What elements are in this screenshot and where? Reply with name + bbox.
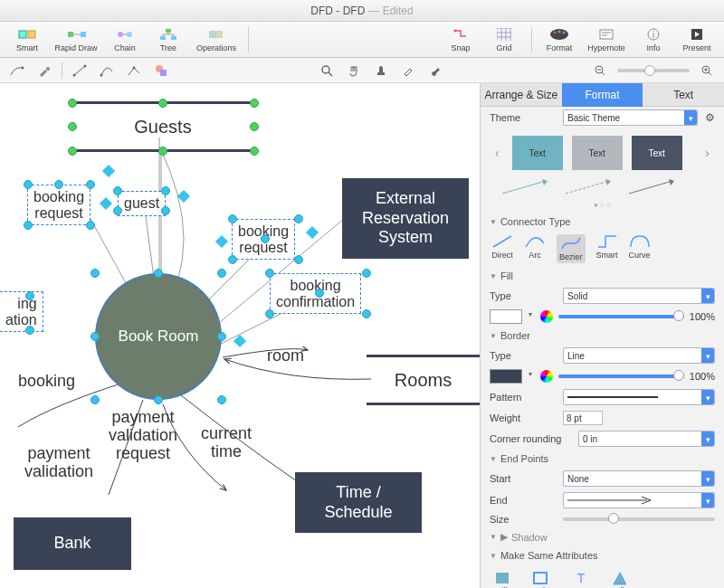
svg-point-5	[127, 32, 132, 37]
svg-rect-2	[68, 32, 73, 37]
process-book-room[interactable]: Book Room	[95, 273, 222, 400]
datastore-rooms[interactable]: Rooms	[367, 355, 480, 405]
fill-opacity-slider[interactable]	[558, 315, 684, 318]
doc-title: DFD - DFD	[310, 5, 365, 17]
endpoint-size-slider[interactable]	[563, 517, 715, 521]
tab-arrange-size[interactable]: Arrange & Size	[481, 83, 562, 107]
border-opacity-slider[interactable]	[558, 375, 684, 378]
present-button[interactable]: Present	[677, 24, 717, 56]
stamp-tool-icon[interactable]	[371, 62, 391, 80]
flow-label-room[interactable]: room	[267, 347, 304, 365]
entity-external-reservation[interactable]: External Reservation System	[342, 178, 469, 259]
operations-button[interactable]: Operations	[192, 24, 241, 56]
color-wheel-icon[interactable]	[540, 310, 553, 323]
connector-direct[interactable]: Direct	[491, 234, 513, 263]
section-same-attrs[interactable]: Make Same Attributes	[481, 546, 724, 564]
connector-bezier[interactable]: Bezier	[557, 234, 586, 263]
same-border-button[interactable]: Border	[528, 570, 552, 588]
format-button[interactable]: Format	[539, 24, 579, 56]
color-wheel-icon[interactable]	[540, 370, 553, 383]
svg-point-13	[554, 32, 557, 34]
svg-rect-9	[209, 31, 216, 38]
tab-format[interactable]: Format	[562, 83, 643, 107]
swatch-prev-icon[interactable]: ‹	[491, 146, 503, 160]
flow-label-partial[interactable]: ing ation	[0, 291, 43, 332]
diagram-canvas[interactable]: Guests Rooms Book Room External Reservat…	[0, 83, 480, 588]
grid-button[interactable]: Grid	[484, 24, 524, 56]
section-endpoints[interactable]: End Points	[481, 450, 724, 468]
style-swatch-1[interactable]: Text	[512, 136, 563, 170]
style-swatch-2[interactable]: Text	[572, 136, 623, 170]
svg-point-22	[84, 64, 87, 67]
tree-button[interactable]: Tree	[148, 24, 188, 56]
border-type-select[interactable]: Line	[563, 347, 715, 364]
angle-tool-icon[interactable]	[124, 62, 144, 80]
curve-tool-icon[interactable]	[97, 62, 117, 80]
line-tool-icon[interactable]	[70, 62, 90, 80]
same-text-format-button[interactable]: TText Format	[568, 570, 595, 588]
chain-button[interactable]: Chain	[105, 24, 145, 56]
zoom-out-icon[interactable]	[590, 62, 610, 80]
magnify-tool-icon[interactable]	[317, 62, 337, 80]
gear-icon[interactable]: ⚙	[705, 111, 715, 124]
connector-smart[interactable]: Smart	[596, 234, 618, 263]
corner-select[interactable]: 0 in	[578, 431, 715, 447]
svg-point-20	[46, 67, 50, 71]
same-fill-button[interactable]: Fill	[493, 570, 511, 588]
flow-label-booking-request-1[interactable]: booking request	[27, 185, 90, 225]
rapid-draw-icon	[66, 26, 86, 43]
section-fill[interactable]: Fill	[481, 267, 724, 285]
flow-label-guest[interactable]: guest	[118, 191, 166, 216]
tree-icon	[158, 26, 178, 43]
eyedropper-icon[interactable]	[34, 62, 54, 80]
fill-type-select[interactable]: Solid	[563, 288, 715, 304]
shape-tool-icon[interactable]	[151, 62, 171, 80]
fill-color-chip[interactable]	[490, 309, 522, 324]
rapid-draw-button[interactable]: Rapid Draw	[51, 24, 101, 56]
flow-label-booking[interactable]: booking	[18, 373, 75, 391]
grid-icon	[494, 26, 514, 43]
arrow-style-1[interactable]	[500, 179, 551, 195]
arrow-style-2[interactable]	[564, 179, 614, 195]
snap-icon	[451, 26, 471, 43]
datastore-guests[interactable]: Guests	[72, 101, 253, 152]
hand-tool-icon[interactable]	[344, 62, 364, 80]
tab-text[interactable]: Text	[643, 83, 724, 107]
section-border[interactable]: Border	[481, 327, 724, 345]
theme-label: Theme	[490, 112, 557, 123]
flow-label-pval-request[interactable]: payment validation request	[109, 409, 177, 462]
info-button[interactable]: iInfo	[634, 24, 673, 56]
entity-time-schedule[interactable]: Time / Schedule	[295, 472, 422, 533]
style-swatch-3[interactable]: Text	[632, 136, 682, 170]
section-connector-type[interactable]: Connector Type	[481, 213, 724, 231]
end-endpoint-select[interactable]	[563, 492, 715, 508]
same-all-button[interactable]: All	[611, 570, 629, 588]
page-dots: ● ○ ○	[481, 201, 724, 213]
swatch-next-icon[interactable]: ›	[701, 146, 713, 160]
weight-stepper[interactable]: 8 pt	[563, 411, 603, 425]
brush-tool-icon[interactable]	[425, 62, 445, 80]
arrow-style-3[interactable]	[627, 179, 678, 195]
connector-curve[interactable]: Curve	[629, 234, 651, 263]
zoom-slider[interactable]	[617, 69, 690, 72]
theme-select[interactable]: Basic Theme	[563, 109, 698, 126]
dropper-tool-icon[interactable]	[398, 62, 418, 80]
border-color-chip[interactable]	[490, 369, 522, 384]
flow-label-pval[interactable]: payment validation	[24, 445, 93, 481]
zoom-in-icon[interactable]	[697, 62, 717, 80]
smart-button[interactable]: Smart	[7, 24, 47, 56]
hypernote-button[interactable]: Hypernote	[583, 24, 630, 56]
connector-arc[interactable]: Arc	[524, 234, 546, 263]
entity-bank[interactable]: Bank	[14, 517, 131, 570]
snap-button[interactable]: Snap	[441, 24, 481, 56]
connector-tool-icon[interactable]	[7, 62, 27, 80]
start-endpoint-select[interactable]: None	[563, 470, 715, 487]
svg-rect-8	[171, 36, 176, 40]
svg-point-21	[73, 73, 76, 76]
svg-text:T: T	[577, 571, 586, 585]
svg-point-24	[133, 66, 136, 69]
flow-label-current-time[interactable]: current time	[201, 425, 252, 461]
pattern-select[interactable]	[563, 389, 715, 405]
section-shadow[interactable]: ▶ Shadow	[481, 527, 724, 546]
edited-indicator: — Edited	[368, 5, 413, 17]
